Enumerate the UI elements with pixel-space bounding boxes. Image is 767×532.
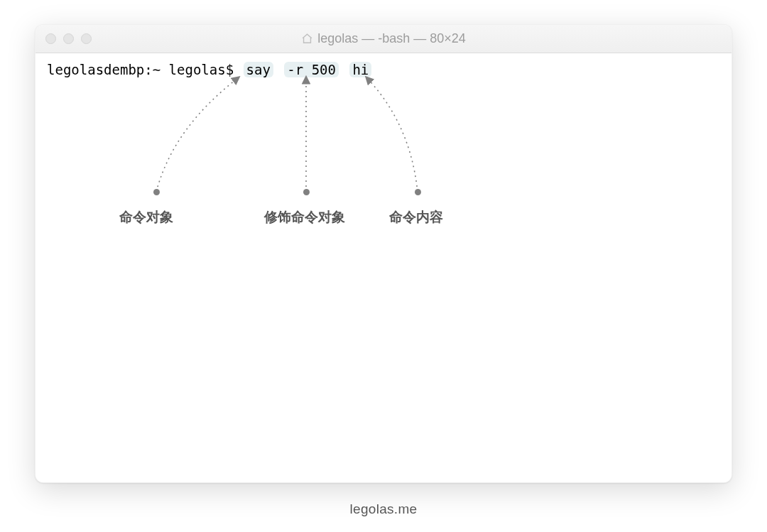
prompt-text: legolasdembp:~ legolas$	[47, 62, 242, 77]
command-name: say	[244, 62, 273, 77]
annotation-dot-left	[153, 189, 160, 195]
annotations-overlay: 命令对象 修饰命令对象 命令内容	[36, 53, 731, 482]
window-title: legolas — -bash — 80×24	[36, 31, 731, 46]
annotation-label-right: 命令内容	[389, 208, 443, 227]
annotation-dot-right	[415, 189, 421, 195]
annotation-label-left: 命令对象	[119, 208, 173, 227]
annotation-dot-middle	[303, 189, 310, 195]
prompt-line: legolasdembp:~ legolas$ say -r 500 hi	[47, 62, 720, 77]
maximize-button[interactable]	[81, 33, 92, 44]
annotation-arrows	[36, 53, 732, 483]
minimize-button[interactable]	[63, 33, 74, 44]
command-flag: -r 500	[284, 62, 339, 77]
command-arg: hi	[349, 62, 371, 77]
footer-text: legolas.me	[0, 501, 767, 517]
terminal-window: legolas — -bash — 80×24 legolasdembp:~ l…	[35, 24, 732, 483]
window-titlebar: legolas — -bash — 80×24	[36, 25, 731, 53]
window-controls	[45, 33, 92, 44]
terminal-body[interactable]: legolasdembp:~ legolas$ say -r 500 hi 命	[36, 53, 731, 482]
close-button[interactable]	[45, 33, 56, 44]
annotation-label-middle: 修饰命令对象	[264, 208, 345, 227]
window-title-text: legolas — -bash — 80×24	[317, 31, 466, 46]
home-icon	[301, 33, 313, 45]
